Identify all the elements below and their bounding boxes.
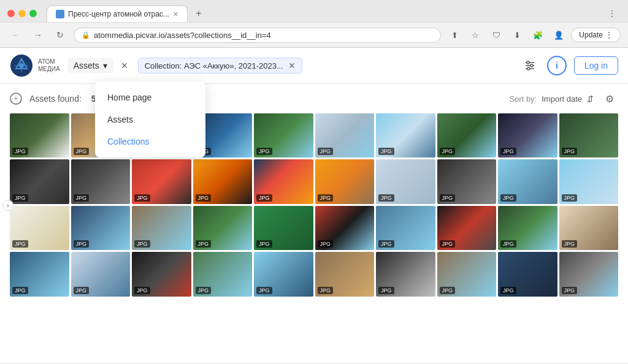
- image-cell[interactable]: JPG: [559, 159, 619, 203]
- image-cell[interactable]: JPG: [559, 252, 619, 296]
- minimize-dot[interactable]: [18, 10, 26, 17]
- image-cell[interactable]: JPG: [498, 206, 557, 250]
- image-badge: JPG: [74, 287, 90, 294]
- grid-settings-icon[interactable]: ⚙: [601, 90, 618, 107]
- image-cell[interactable]: JPG: [437, 206, 497, 250]
- image-badge: JPG: [196, 287, 212, 294]
- info-label: i: [556, 61, 558, 70]
- image-cell[interactable]: JPG: [193, 206, 253, 250]
- lock-icon: 🔒: [82, 31, 90, 39]
- svg-point-8: [527, 67, 530, 70]
- svg-point-0: [58, 12, 63, 17]
- dropdown-item-assets[interactable]: Assets: [95, 108, 205, 131]
- image-badge: JPG: [378, 148, 394, 155]
- image-cell[interactable]: JPG: [10, 159, 69, 203]
- image-cell[interactable]: JPG: [71, 159, 131, 203]
- download-icon[interactable]: ⬇: [508, 26, 526, 44]
- image-badge: JPG: [256, 240, 272, 248]
- image-cell[interactable]: JPG: [559, 206, 619, 250]
- image-badge: JPG: [12, 148, 28, 155]
- collection-filter-tag: Collection: АЭС «Аккую», 2021-2023... ✕: [138, 58, 302, 74]
- image-badge: JPG: [12, 287, 28, 294]
- image-cell[interactable]: JPG: [254, 113, 313, 157]
- image-cell[interactable]: JPG: [376, 252, 435, 296]
- image-cell[interactable]: JPG: [315, 252, 375, 296]
- image-cell[interactable]: JPG: [376, 159, 435, 203]
- refresh-button[interactable]: ↻: [52, 26, 69, 44]
- logo-line1: АТОМ: [38, 58, 60, 66]
- svg-point-6: [527, 61, 529, 64]
- logo-line2: МЕДИА: [38, 66, 60, 73]
- browser-more-icon[interactable]: ⋮: [603, 5, 621, 22]
- filter-sliders-icon[interactable]: [520, 56, 540, 75]
- image-badge: JPG: [500, 240, 516, 248]
- filter-clear-icon[interactable]: ✕: [121, 61, 128, 70]
- sort-value[interactable]: Import date: [542, 94, 582, 104]
- update-button[interactable]: Update ⋮: [571, 28, 621, 42]
- image-badge: JPG: [318, 287, 334, 294]
- image-badge: JPG: [440, 287, 456, 294]
- image-badge: JPG: [134, 194, 150, 202]
- image-cell[interactable]: JPG: [315, 113, 375, 157]
- bookmark-icon[interactable]: ☆: [467, 26, 484, 44]
- app-header: АТОМ МЕДИА Assets ▾ ✕ Collection: АЭС «А…: [0, 48, 628, 84]
- update-label: Update: [579, 31, 603, 39]
- image-cell[interactable]: JPG: [254, 252, 313, 296]
- info-icon-button[interactable]: i: [547, 56, 567, 75]
- image-badge: JPG: [196, 194, 212, 202]
- image-cell[interactable]: JPG: [71, 206, 131, 250]
- filter-tag-close-icon[interactable]: ✕: [288, 61, 296, 70]
- dropdown-item-homepage[interactable]: Home page: [95, 86, 205, 108]
- image-cell[interactable]: JPG: [132, 206, 191, 250]
- maximize-dot[interactable]: [29, 10, 37, 17]
- sort-direction-icon[interactable]: ⇵: [587, 94, 594, 104]
- close-dot[interactable]: [7, 10, 15, 17]
- image-cell[interactable]: JPG: [498, 252, 557, 296]
- image-cell[interactable]: JPG: [132, 159, 191, 203]
- shield-icon[interactable]: 🛡: [488, 26, 505, 44]
- assets-found-label: Assets found:: [29, 94, 82, 104]
- profile-icon[interactable]: 👤: [550, 26, 567, 44]
- image-cell[interactable]: JPG: [10, 206, 69, 250]
- assets-area: + Assets found: 54 Sort by: Import date …: [0, 84, 628, 303]
- back-button[interactable]: ←: [7, 26, 25, 44]
- image-cell[interactable]: JPG: [254, 206, 313, 250]
- login-button[interactable]: Log in: [574, 56, 618, 75]
- header-actions: i Log in: [520, 56, 618, 75]
- active-tab[interactable]: Пресс-центр атомной отрас... ✕: [47, 6, 188, 22]
- tab-close-icon[interactable]: ✕: [173, 10, 178, 18]
- image-cell[interactable]: JPG: [254, 159, 313, 203]
- image-cell[interactable]: JPG: [10, 252, 69, 296]
- image-cell[interactable]: JPG: [559, 113, 619, 157]
- image-cell[interactable]: JPG: [10, 113, 69, 157]
- logo-text: АТОМ МЕДИА: [38, 58, 60, 73]
- share-icon[interactable]: ⬆: [446, 26, 463, 44]
- image-cell[interactable]: JPG: [498, 113, 557, 157]
- sidebar-toggle-arrow[interactable]: ›: [2, 200, 13, 211]
- image-cell[interactable]: JPG: [193, 159, 253, 203]
- assets-nav-button[interactable]: Assets ▾: [67, 58, 113, 73]
- browser-toolbar-actions: ⬆ ☆ 🛡 ⬇ 🧩 👤 Update ⋮: [446, 26, 621, 44]
- address-bar[interactable]: 🔒 atommedia.picvar.io/assets?collections…: [74, 28, 441, 43]
- image-cell[interactable]: JPG: [437, 113, 497, 157]
- image-cell[interactable]: JPG: [437, 252, 497, 296]
- add-circle-icon[interactable]: +: [10, 93, 22, 105]
- image-cell[interactable]: JPG: [132, 252, 191, 296]
- image-cell[interactable]: JPG: [376, 113, 435, 157]
- new-tab-button[interactable]: +: [190, 5, 207, 22]
- image-badge: JPG: [74, 194, 90, 202]
- image-cell[interactable]: JPG: [71, 252, 131, 296]
- dropdown-menu: Home page Assets Collections: [95, 82, 205, 157]
- image-badge: JPG: [196, 240, 212, 248]
- image-cell[interactable]: JPG: [315, 206, 375, 250]
- browser-chrome: Пресс-центр атомной отрас... ✕ + ⋮ ← → ↻…: [0, 0, 628, 48]
- image-cell[interactable]: JPG: [315, 159, 375, 203]
- image-cell[interactable]: JPG: [437, 159, 497, 203]
- dropdown-item-collections[interactable]: Collections: [95, 131, 205, 153]
- image-cell[interactable]: JPG: [193, 252, 253, 296]
- forward-button[interactable]: →: [29, 26, 47, 44]
- image-cell[interactable]: JPG: [376, 206, 435, 250]
- puzzle-icon[interactable]: 🧩: [529, 26, 546, 44]
- image-cell[interactable]: JPG: [498, 159, 557, 203]
- sort-label: Sort by:: [509, 94, 537, 104]
